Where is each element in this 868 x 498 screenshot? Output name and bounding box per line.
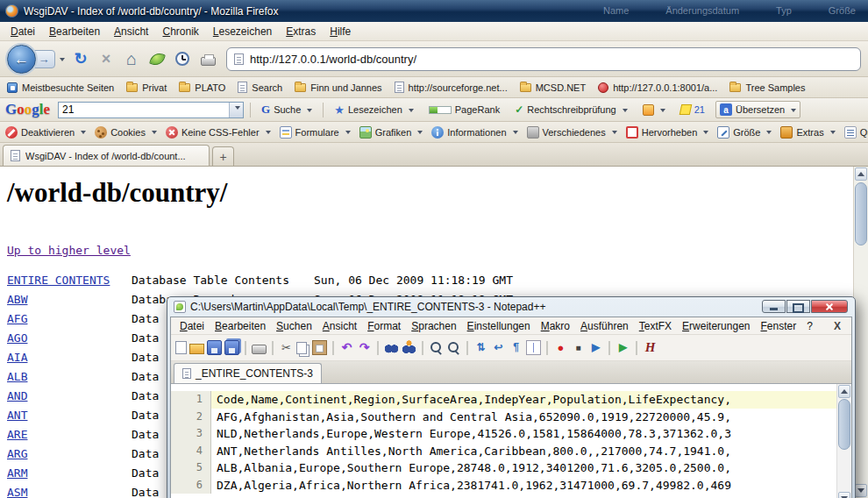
editor-area[interactable]: 1 Code,Name,Continent,Region,SurfaceArea…: [171, 384, 851, 498]
toolbar-icon[interactable]: [466, 341, 468, 355]
entry-link[interactable]: ALB: [7, 370, 132, 383]
toolbar-icon[interactable]: ■: [571, 340, 586, 355]
spellcheck-button[interactable]: ✓ Rechtschreibprüfung: [510, 101, 632, 118]
webdev-menu-item[interactable]: Größe: [717, 126, 772, 139]
google-logo[interactable]: Google: [5, 101, 50, 118]
webdev-menu-item[interactable]: Keine CSS-Fehler: [166, 126, 271, 139]
editor-line[interactable]: 6 DZA,Algeria,Africa,Northern Africa,238…: [171, 477, 851, 494]
menu-item[interactable]: Chronik: [155, 24, 205, 39]
webdev-menu-item[interactable]: Formulare: [280, 126, 351, 139]
search-history-dropdown[interactable]: [229, 103, 243, 117]
toolbar-icon[interactable]: [245, 341, 246, 355]
translate-button[interactable]: a Übersetzen: [715, 101, 800, 118]
editor-line[interactable]: 1 Code,Name,Continent,Region,SurfaceArea…: [171, 391, 851, 409]
entry-link[interactable]: ANT: [7, 409, 132, 422]
entry-link[interactable]: ARE: [7, 428, 132, 441]
scrollbar-thumb[interactable]: [855, 182, 867, 245]
toolbar-icon[interactable]: [175, 341, 187, 354]
webdev-menu-item[interactable]: Grafiken: [359, 126, 423, 139]
bookmark-item[interactable]: Tree Samples: [729, 82, 805, 93]
scroll-down-arrow[interactable]: [855, 484, 867, 497]
firefox-titlebar[interactable]: WsgiDAV - Index of /world-db/country/ - …: [0, 0, 868, 22]
maximize-button[interactable]: [786, 300, 810, 313]
menu-item[interactable]: Bearbeiten: [210, 319, 271, 333]
menu-item[interactable]: Erweiterungen: [677, 319, 755, 333]
toolbar-icon[interactable]: [252, 345, 267, 354]
google-bookmarks-button[interactable]: ★ Lesezeichen: [330, 101, 417, 119]
editor-line[interactable]: 3 NLD,Netherlands,Europe,Western Europe,…: [171, 425, 851, 443]
toolbar-icon[interactable]: [384, 340, 399, 355]
toolbar-icon[interactable]: [429, 340, 444, 355]
google-search-button[interactable]: G Suche: [257, 100, 317, 119]
bookmark-item[interactable]: Meistbesuchte Seiten: [7, 82, 114, 93]
close-button[interactable]: [811, 300, 848, 313]
entry-link[interactable]: AGO: [7, 331, 132, 345]
toolbar-icon[interactable]: ⇅: [473, 340, 488, 355]
toolbar-icon[interactable]: ✂: [279, 340, 294, 355]
toolbar-icon[interactable]: ▶: [588, 340, 603, 355]
toolbar-icon[interactable]: [332, 341, 334, 355]
tab-wsgidav[interactable]: WsgiDAV - Index of /world-db/count...: [3, 145, 210, 166]
entry-link[interactable]: ENTIRE CONTENTS: [7, 274, 132, 287]
bookmark-item[interactable]: Search: [238, 82, 282, 93]
menu-item[interactable]: Datei: [174, 319, 210, 333]
toolbar-icon[interactable]: [189, 344, 204, 354]
menu-item[interactable]: Format: [362, 319, 406, 333]
toolbar-icon[interactable]: [636, 341, 637, 355]
menu-item[interactable]: Suchen: [271, 319, 317, 333]
webdev-menu-item[interactable]: Quellte: [844, 126, 868, 139]
menu-item[interactable]: Bearbeiten: [42, 24, 107, 39]
editor-scrollbar[interactable]: [836, 384, 851, 498]
toolbar-icon[interactable]: [296, 342, 307, 354]
doc-close-button[interactable]: X: [834, 320, 848, 332]
toolbar-icon[interactable]: ↩: [491, 340, 506, 355]
bookmark-item[interactable]: PLATO: [179, 82, 225, 93]
bookmark-item[interactable]: http://127.0.0.1:8001/a...: [598, 82, 717, 93]
webdev-menu-item[interactable]: Verschiedenes: [527, 126, 617, 139]
stop-button[interactable]: ×: [96, 48, 117, 69]
scroll-up-arrow[interactable]: [838, 385, 850, 398]
menu-item[interactable]: Datei: [4, 24, 42, 39]
toolbar-icon[interactable]: [207, 340, 222, 355]
menu-item[interactable]: Makro: [536, 319, 575, 333]
webdev-menu-item[interactable]: Hervorheben: [626, 126, 709, 139]
menu-item[interactable]: Ausführen: [575, 319, 634, 333]
feed-button[interactable]: [146, 48, 167, 69]
bookmark-item[interactable]: Privat: [126, 82, 167, 93]
url-input[interactable]: [250, 53, 853, 66]
toolbar-icon[interactable]: ↶: [339, 340, 354, 355]
menu-item[interactable]: Lesezeichen: [206, 24, 279, 39]
highlight-term-button[interactable]: 21: [676, 102, 709, 117]
menu-item[interactable]: TextFX: [634, 319, 677, 333]
entry-link[interactable]: AFG: [7, 312, 132, 325]
toolbar-icon[interactable]: [402, 340, 416, 355]
menu-item[interactable]: Einstellungen: [462, 319, 536, 333]
autofill-button[interactable]: [638, 102, 670, 118]
history-dropdown-button[interactable]: [55, 50, 66, 68]
webdev-menu-item[interactable]: Extras: [780, 126, 835, 139]
pagerank-widget[interactable]: PageRank: [424, 102, 504, 117]
bookmark-item[interactable]: http://sourceforge.net...: [395, 82, 508, 93]
toolbar-icon[interactable]: [377, 341, 379, 355]
toolbar-icon[interactable]: ●: [553, 340, 568, 355]
bookmark-item[interactable]: Finn und Jannes: [295, 82, 381, 93]
editor-line[interactable]: 5 ALB,Albania,Europe,Southern Europe,287…: [171, 459, 851, 477]
webdev-menu-item[interactable]: Informationen: [431, 126, 517, 139]
editor-line[interactable]: 2 AFG,Afghanistan,Asia,Southern and Cent…: [171, 409, 851, 426]
toolbar-icon[interactable]: [526, 340, 541, 355]
toolbar-icon[interactable]: [608, 341, 610, 355]
url-bar[interactable]: [226, 47, 861, 71]
toolbar-icon[interactable]: [272, 341, 274, 355]
toolbar-icon[interactable]: [446, 340, 461, 355]
entry-link[interactable]: ARG: [7, 447, 132, 460]
reload-button[interactable]: ↻: [70, 48, 91, 69]
notepad-titlebar[interactable]: C:\Users\Martin\AppData\Local\Temp\_ENTI…: [170, 297, 852, 317]
toolbar-icon[interactable]: [546, 341, 548, 355]
menu-item[interactable]: Ansicht: [317, 319, 362, 333]
entry-link[interactable]: AIA: [7, 351, 132, 364]
menu-item[interactable]: Hilfe: [323, 24, 358, 39]
scroll-down-arrow[interactable]: [838, 492, 850, 498]
toolbar-icon[interactable]: [312, 340, 327, 355]
entry-link[interactable]: ABW: [7, 293, 132, 306]
up-to-higher-level-link[interactable]: Up to higher level: [7, 244, 131, 257]
